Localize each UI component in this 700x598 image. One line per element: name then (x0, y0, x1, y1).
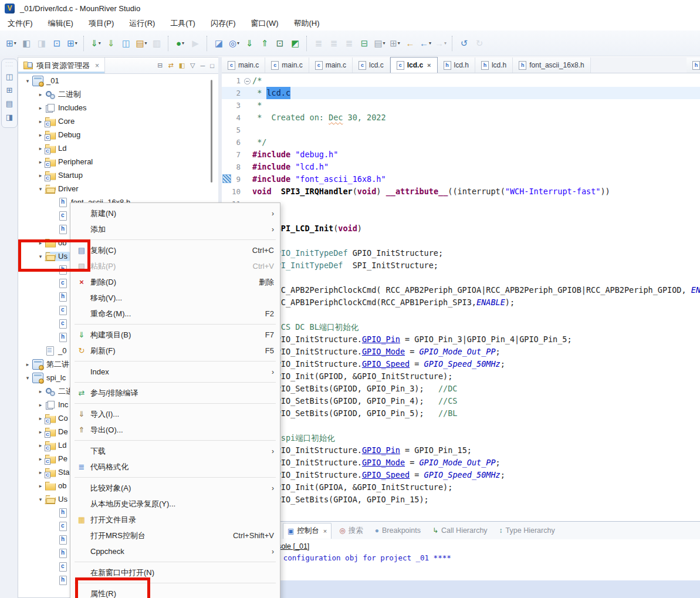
editor-tab-lcd.c[interactable]: clcd.c (353, 58, 390, 73)
expander-icon[interactable]: ▸ (36, 442, 45, 448)
indent-format-button[interactable]: ≣ (312, 35, 326, 51)
dropdown-caret-icon[interactable]: ▾ (383, 40, 385, 46)
editor-tab-main.c[interactable]: cmain.c (265, 58, 309, 73)
close-icon[interactable]: × (95, 62, 99, 70)
dropdown-caret-icon[interactable]: ▾ (237, 40, 239, 46)
context-menu-item-移动V[interactable]: 移动(V)... (70, 290, 280, 306)
tree-item-Includes[interactable]: ▸Includes (18, 101, 219, 114)
close-icon[interactable]: × (323, 528, 327, 535)
expander-icon[interactable]: ▸ (36, 119, 45, 124)
dropdown-caret-icon[interactable]: ▾ (429, 40, 431, 46)
expander-icon[interactable]: ▾ (36, 496, 45, 502)
console-tab-Breakpoints[interactable]: ●Breakpoints (371, 523, 425, 538)
expander-icon[interactable]: ▸ (36, 159, 45, 165)
bookmark-button[interactable]: ▤▾ (373, 35, 387, 51)
run-button[interactable]: ▶ (188, 35, 202, 51)
expander-icon[interactable]: ▾ (36, 186, 45, 192)
focus-on-active-task-icon[interactable]: ◧ (179, 62, 185, 69)
search-button[interactable]: ◎▾ (227, 35, 241, 51)
dropdown-caret-icon[interactable]: ▾ (99, 40, 101, 46)
expander-icon[interactable]: ▸ (36, 388, 45, 394)
align-format-button[interactable]: ≣ (327, 35, 341, 51)
new-file-button[interactable]: ⊞▾ (4, 35, 18, 51)
menubar-item[interactable]: 窗口(W) (244, 18, 286, 29)
dropdown-caret-icon[interactable]: ▾ (182, 40, 184, 46)
editor-tab-lcd.c[interactable]: clcd.c× (390, 57, 438, 73)
minimize-icon[interactable]: ─ (201, 62, 205, 69)
context-menu-item-从本地历史记录复原Y[interactable]: 从本地历史记录复原(Y)... (70, 496, 280, 512)
tree-item-Core[interactable]: ▸Core (18, 114, 219, 128)
tree-item-Driver[interactable]: ▾Driver (18, 182, 219, 195)
expander-icon[interactable]: ▸ (36, 456, 45, 462)
menubar-item[interactable]: 帮助(H) (286, 18, 327, 29)
dropdown-caret-icon[interactable]: ▾ (75, 40, 77, 46)
restore-pane-icon[interactable]: ◫ (6, 72, 13, 81)
expander-icon[interactable]: ▸ (36, 92, 45, 97)
expander-icon[interactable]: ▸ (36, 146, 45, 151)
build-button[interactable]: ⇓▾ (89, 35, 103, 51)
flash-download-button[interactable]: ⇓ (242, 35, 256, 51)
context-menu-item-代码格式化[interactable]: ≣代码格式化 (70, 459, 280, 475)
chip-button[interactable]: ◩ (288, 35, 302, 51)
editor-tab-font_ascii_16x8.h[interactable]: hfont_ascii_16x8.h (513, 58, 590, 73)
link-with-editor-icon[interactable]: ⇄ (168, 62, 173, 69)
tree-item-Ld[interactable]: ▸Ld (18, 141, 219, 155)
tree-item-Peripheral[interactable]: ▸Peripheral (18, 155, 219, 168)
context-menu-item-新建N[interactable]: 新建(N)› (70, 205, 280, 221)
tree-item-二进制[interactable]: ▸二进制 (18, 87, 219, 101)
tree-item-Startup[interactable]: ▸Startup (18, 168, 219, 182)
forward-button[interactable]: →▾ (434, 35, 448, 51)
dropdown-caret-icon[interactable]: ▾ (14, 40, 16, 46)
attach-button[interactable]: ◪ (212, 35, 226, 51)
dropdown-caret-icon[interactable]: ▾ (398, 40, 400, 46)
rebuild-button[interactable]: ⇓ (104, 35, 118, 51)
editor-tab-lcd.h[interactable]: hlcd.h (438, 58, 475, 73)
context-menu-item-刷新F[interactable]: ↻刷新(F)F5 (70, 343, 280, 359)
expander-icon[interactable]: ▸ (36, 132, 45, 138)
console-tab-Type Hierarchy[interactable]: ↕Type Hierarchy (495, 523, 559, 538)
rail-grip[interactable]: ········ (5, 61, 13, 68)
undo-button[interactable]: ↺ (457, 35, 471, 51)
editor-tab-lcd.h[interactable]: hlcd.h (475, 58, 513, 73)
console-tab-控制台[interactable]: ▣控制台× (283, 523, 332, 539)
flash-verify-button[interactable]: ⇑ (258, 35, 272, 51)
expander-icon[interactable]: ▸ (36, 469, 45, 475)
console-tab-Call Hierarchy[interactable]: ↳Call Hierarchy (428, 523, 492, 538)
dropdown-caret-icon[interactable]: ▾ (444, 40, 447, 46)
dropdown-caret-icon[interactable]: ▾ (145, 40, 147, 46)
preview-button[interactable]: ⊟ (357, 35, 371, 51)
expander-icon[interactable]: ▾ (23, 375, 32, 381)
expander-icon[interactable]: ▸ (36, 415, 45, 421)
minimized-outline-icon[interactable]: ▤ (6, 99, 13, 108)
view-menu-icon[interactable]: ▽ (190, 62, 195, 69)
menubar-item[interactable]: 运行(R) (121, 18, 163, 29)
maximize-icon[interactable]: □ (210, 62, 214, 69)
editor-tab-main.c[interactable]: cmain.c (222, 58, 265, 73)
clipboard-button[interactable]: ▤▾ (134, 35, 148, 51)
trim-format-button[interactable]: ≣ (342, 35, 356, 51)
back-button[interactable]: ←▾ (418, 35, 432, 51)
tab-project-explorer[interactable]: 项目资源管理器 × (18, 58, 105, 73)
context-menu-item-打开文件目录[interactable]: ▦打开文件目录 (70, 512, 280, 528)
tree-item-Debug[interactable]: ▸Debug (18, 128, 219, 141)
console-body[interactable]: CDT Build Console [_01] **** 构建 of confi… (222, 539, 700, 563)
menubar-item[interactable]: 工具(T) (163, 18, 203, 29)
minimized-explorer-icon[interactable]: ⊞ (6, 86, 13, 94)
context-menu-item-构建项目B[interactable]: ⇓构建项目(B)F7 (70, 327, 280, 343)
expander-icon[interactable]: ▸ (36, 173, 45, 178)
fold-toggle-icon[interactable] (243, 75, 252, 87)
debug-button[interactable]: ●▾ (173, 35, 187, 51)
collapse-all-icon[interactable]: ⊟ (157, 62, 163, 69)
save-button[interactable]: ◧ (19, 35, 33, 51)
close-icon[interactable]: × (427, 62, 431, 69)
context-menu-item-导入I[interactable]: ⇓导入(I)... (70, 406, 280, 422)
expander-icon[interactable]: ▸ (23, 361, 32, 367)
tree-item-_01[interactable]: ▾_01 (18, 74, 219, 87)
expander-icon[interactable]: ▸ (36, 105, 45, 111)
wizard-button[interactable]: ⊞▾ (388, 35, 402, 51)
new-project-button[interactable]: ⊞▾ (65, 35, 79, 51)
expander-icon[interactable]: ▾ (23, 78, 32, 84)
console-tab-搜索[interactable]: ◎搜索 (335, 523, 367, 538)
last-edit-location-button[interactable]: ← (403, 35, 417, 51)
context-menu-item-Index[interactable]: Index› (70, 364, 280, 380)
